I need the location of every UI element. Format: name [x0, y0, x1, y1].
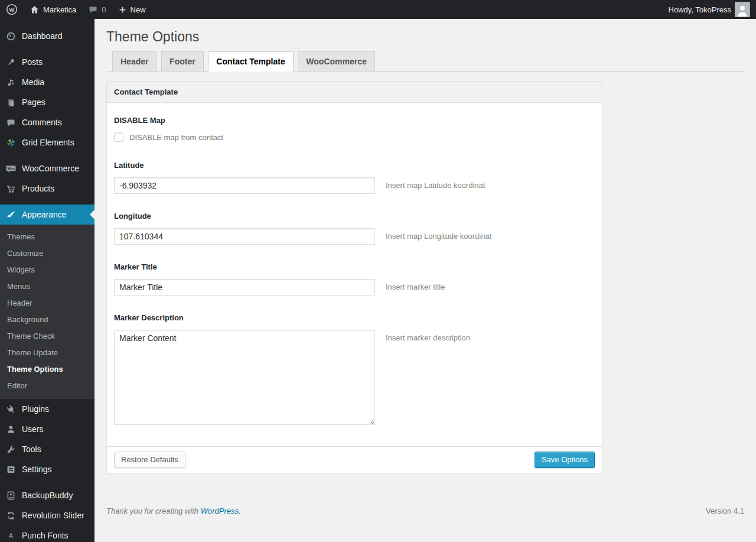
submenu-item-editor[interactable]: Editor: [0, 378, 94, 394]
disable-map-checkbox-label: DISABLE map from contact: [129, 133, 223, 142]
sidebar-item-users[interactable]: Users: [0, 419, 94, 439]
sidebar-item-label: Products: [22, 184, 54, 193]
dashboard-gauge-icon: [5, 31, 17, 41]
restore-defaults-button[interactable]: Restore Defaults: [114, 452, 185, 468]
submenu-item-theme-options[interactable]: Theme Options: [0, 361, 94, 378]
sidebar-item-dashboard[interactable]: Dashboard: [0, 26, 94, 46]
sidebar-item-woocommerce[interactable]: Woo WooCommerce: [0, 158, 94, 178]
sidebar-item-label: Grid Elements: [22, 138, 74, 147]
account-menu[interactable]: Howdy, TokoPress: [663, 0, 756, 19]
sidebar-item-label: Pages: [22, 98, 45, 107]
comments-icon: [5, 118, 17, 128]
disable-map-checkbox[interactable]: [114, 132, 123, 142]
woo-badge-icon: Woo: [5, 163, 17, 174]
avatar: [735, 2, 750, 17]
home-icon: [30, 5, 40, 15]
howdy-text: Howdy, TokoPress: [669, 5, 731, 14]
site-name: Marketica: [43, 5, 76, 14]
wordpress-link[interactable]: WordPress: [201, 507, 239, 515]
svg-text:W: W: [9, 7, 15, 13]
submenu-item-widgets[interactable]: Widgets: [0, 262, 94, 278]
submenu-item-theme-check[interactable]: Theme Check: [0, 328, 94, 345]
sidebar-item-label: Posts: [22, 57, 43, 67]
new-label: New: [131, 5, 146, 14]
marker-description-textarea[interactable]: Marker Content: [114, 330, 375, 425]
latitude-hint: Insert map Latitude koordinat: [386, 177, 485, 190]
marker-description-hint: Insert marker description: [386, 330, 470, 342]
site-name-link[interactable]: Marketica: [24, 0, 82, 19]
sidebar-item-label: Tools: [22, 444, 41, 454]
marker-description-label: Marker Description: [114, 313, 595, 322]
sidebar-item-label: WooCommerce: [22, 164, 79, 173]
sidebar-item-revolution-slider[interactable]: Revolution Slider: [0, 505, 94, 525]
rotate-arrows-icon: [5, 511, 17, 521]
submenu-item-menus[interactable]: Menus: [0, 278, 94, 295]
sidebar-item-backupbuddy[interactable]: BackupBuddy: [0, 485, 94, 505]
sidebar-item-grid-elements[interactable]: Grid Elements: [0, 132, 94, 152]
sidebar-item-label: Plugins: [22, 404, 49, 414]
latitude-input[interactable]: [114, 177, 375, 194]
sidebar-item-label: Users: [22, 424, 44, 434]
submenu-item-customize[interactable]: Customize: [0, 245, 94, 262]
tab-bar: Header Footer Contact Template WooCommer…: [106, 51, 744, 72]
appearance-submenu: Themes Customize Widgets Menus Header Ba…: [0, 225, 94, 399]
page-footer: Thank you for creating with WordPress. V…: [106, 507, 744, 515]
sidebar-item-plugins[interactable]: Plugins: [0, 399, 94, 419]
wordpress-logo: W: [6, 4, 18, 15]
submenu-item-themes[interactable]: Themes: [0, 229, 94, 245]
sidebar-item-appearance[interactable]: Appearance: [0, 205, 94, 225]
submenu-item-header[interactable]: Header: [0, 295, 94, 311]
new-content-button[interactable]: New: [112, 0, 152, 19]
svg-text:A: A: [8, 532, 13, 539]
disable-map-label: DISABLE Map: [114, 116, 595, 125]
sidebar-item-label: Punch Fonts: [22, 531, 69, 540]
tab-contact-template[interactable]: Contact Template: [208, 51, 293, 72]
submenu-item-theme-update[interactable]: Theme Update: [0, 345, 94, 361]
comment-bubble-icon: [88, 5, 98, 15]
wordpress-logo-button[interactable]: W: [0, 0, 24, 19]
comments-shortcut[interactable]: 0: [82, 0, 112, 19]
settings-icon: [5, 465, 17, 475]
sidebar-item-tools[interactable]: Tools: [0, 439, 94, 459]
sidebar-item-pages[interactable]: Pages: [0, 92, 94, 112]
sidebar-item-media[interactable]: Media: [0, 72, 94, 92]
sidebar-item-label: Appearance: [22, 210, 67, 219]
sidebar-item-comments[interactable]: Comments: [0, 112, 94, 132]
sidebar-item-posts[interactable]: Posts: [0, 52, 94, 72]
tab-header[interactable]: Header: [112, 51, 157, 71]
page-title: Theme Options: [106, 19, 744, 46]
sidebar-item-label: Settings: [22, 465, 52, 474]
cart-icon: [5, 184, 17, 194]
sidebar-item-label: BackupBuddy: [22, 491, 73, 500]
marker-title-input[interactable]: [114, 279, 375, 296]
sidebar-item-settings[interactable]: Settings: [0, 459, 94, 479]
plug-icon: [5, 404, 17, 414]
save-options-button[interactable]: Save Options: [535, 452, 595, 468]
sidebar-item-label: Revolution Slider: [22, 511, 84, 520]
sidebar-item-label: Comments: [22, 118, 62, 127]
contact-template-panel: Contact Template DISABLE Map DISABLE map…: [106, 81, 602, 473]
user-icon: [5, 424, 17, 434]
submenu-item-background[interactable]: Background: [0, 311, 94, 328]
version-text: Version 4.1: [706, 507, 744, 515]
tab-woocommerce[interactable]: WooCommerce: [298, 51, 374, 71]
media-note-icon: [5, 77, 17, 87]
tab-footer[interactable]: Footer: [161, 51, 204, 71]
comment-count: 0: [102, 5, 106, 14]
svg-text:Woo: Woo: [7, 167, 15, 170]
pin-icon: [5, 57, 17, 67]
admin-sidebar: Dashboard Posts Media Pages: [0, 19, 94, 542]
longitude-input[interactable]: [114, 228, 375, 245]
longitude-hint: Insert map Longitude koordinat: [386, 228, 491, 241]
footer-thanks: Thank you for creating with WordPress.: [106, 507, 241, 515]
panel-title: Contact Template: [107, 82, 602, 103]
brush-icon: [5, 210, 17, 220]
sidebar-item-products[interactable]: Products: [0, 178, 94, 199]
sidebar-item-label: Dashboard: [22, 31, 63, 41]
grid-elements-icon: [5, 138, 17, 148]
letter-a-icon: A: [5, 531, 17, 541]
admin-bar: W Marketica 0 New Howdy, TokoPress: [0, 0, 756, 19]
sidebar-item-punch-fonts[interactable]: A Punch Fonts: [0, 525, 94, 542]
backup-drive-icon: [5, 491, 17, 501]
sidebar-item-label: Media: [22, 77, 44, 87]
